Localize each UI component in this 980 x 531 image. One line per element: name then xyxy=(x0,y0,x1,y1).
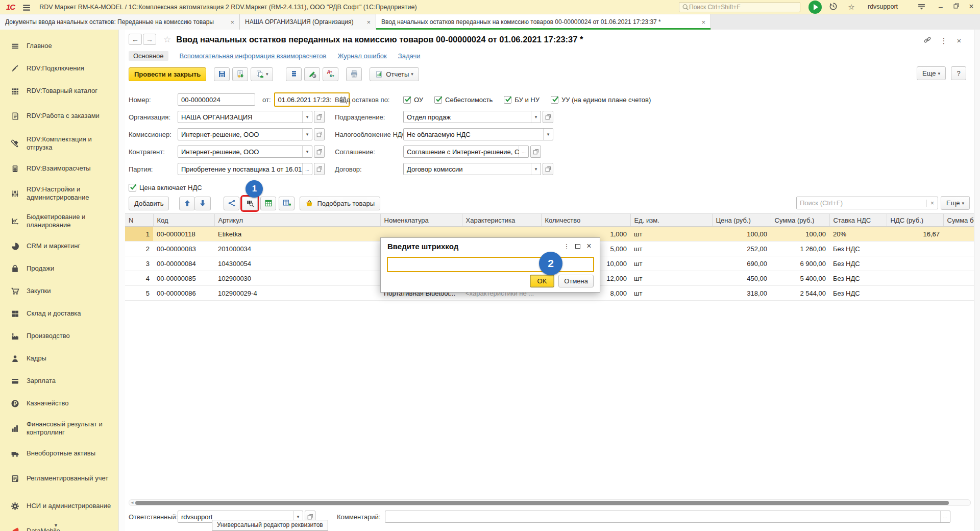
column-header[interactable]: Цена (руб.) xyxy=(712,214,771,227)
cell-vat[interactable] xyxy=(887,271,943,286)
organization-field[interactable]: НАША ОРГАНИЗАЦИЯ▾ xyxy=(178,111,312,123)
cell-vat[interactable] xyxy=(887,256,943,271)
sidebar-item[interactable]: НСИ и администрирование xyxy=(0,492,125,520)
open-contract-icon[interactable] xyxy=(543,163,553,175)
cell-rate[interactable]: Без НДС xyxy=(829,242,887,256)
commissioner-field[interactable]: Интернет-решение, ООО▾ xyxy=(178,128,312,140)
sidebar-item[interactable]: RDV:Настройки и администрирование xyxy=(0,180,125,207)
close-tab-icon[interactable]: × xyxy=(366,18,371,26)
move-up-icon[interactable] xyxy=(179,197,195,210)
barcode-input[interactable] xyxy=(387,257,594,272)
cell-rate[interactable]: Без НДС xyxy=(829,286,887,301)
service-menu-icon[interactable] xyxy=(916,2,926,12)
cell-unit[interactable]: шт xyxy=(630,242,712,256)
sidebar-scrollbar[interactable] xyxy=(118,30,125,531)
dialog-cancel-button[interactable]: Отмена xyxy=(558,275,594,287)
column-header[interactable]: N xyxy=(125,214,153,227)
open-department-icon[interactable] xyxy=(543,111,553,123)
horizontal-scrollbar[interactable]: ◄ xyxy=(129,499,971,506)
cell-price[interactable]: 690,00 xyxy=(712,256,771,271)
sidebar-item[interactable]: RDV:Товарный каталог xyxy=(0,80,125,102)
column-header[interactable]: Артикул xyxy=(214,214,380,227)
cell-sum2[interactable] xyxy=(943,242,974,256)
pick-goods-button[interactable]: Подобрать товары xyxy=(300,197,380,210)
create-based-on-icon[interactable]: ▾ xyxy=(251,67,273,81)
cell-unit[interactable]: шт xyxy=(630,286,712,301)
registers-list-icon[interactable] xyxy=(286,67,302,81)
post-and-close-button[interactable]: Провести и закрыть xyxy=(129,67,206,81)
sidebar-item[interactable]: Финансовый результат и контроллинг xyxy=(0,415,125,442)
sidebar-item[interactable]: Закупки xyxy=(0,280,125,302)
sidebar-item[interactable]: Бюджетирование и планирование xyxy=(0,207,125,235)
cell-code[interactable]: 00-00000118 xyxy=(153,227,214,242)
debit-credit-icon[interactable]: ДтКт xyxy=(323,67,338,81)
form-more-button[interactable]: Еще▾ xyxy=(917,66,946,80)
cell-rate[interactable]: Без НДС xyxy=(829,271,887,286)
clear-search-icon[interactable]: × xyxy=(926,200,938,207)
move-down-icon[interactable] xyxy=(195,197,211,210)
close-form-icon[interactable]: × xyxy=(953,36,965,46)
cell-price[interactable]: 450,00 xyxy=(712,271,771,286)
cell-unit[interactable]: шт xyxy=(630,256,712,271)
tab-3[interactable]: Ввод начальных остатков переданных на ко… xyxy=(376,14,711,30)
number-field[interactable]: 00-00000024 xyxy=(178,93,255,106)
share-split-icon[interactable] xyxy=(224,197,239,210)
edit-timestamp-icon[interactable] xyxy=(304,67,320,81)
column-header[interactable]: Ставка НДС xyxy=(829,214,887,227)
add-row-button[interactable]: Добавить xyxy=(129,197,169,210)
load-from-excel-icon[interactable] xyxy=(260,197,276,210)
help-button[interactable]: ? xyxy=(951,66,966,80)
cell-vat[interactable] xyxy=(887,286,943,301)
cell-sum2[interactable] xyxy=(943,286,974,301)
cell-vat[interactable] xyxy=(887,242,943,256)
sidebar-item[interactable]: Продажи xyxy=(0,257,125,280)
vat-taxation-field[interactable]: Не облагаемую НДС▾ xyxy=(403,128,553,140)
agreement-field[interactable]: Соглашение с Интернет-решение, ООО... xyxy=(403,146,529,158)
cell-price[interactable]: 252,00 xyxy=(712,242,771,256)
tab-2[interactable]: НАША ОРГАНИЗАЦИЯ (Организация)× xyxy=(240,14,376,30)
cell-sum[interactable]: 2 544,00 xyxy=(771,286,829,301)
get-link-icon[interactable] xyxy=(922,36,933,46)
vertical-scrollbar[interactable] xyxy=(974,30,980,531)
favorites-star-icon[interactable]: ☆ xyxy=(846,2,856,12)
sidebar-item[interactable]: RDV:Подключения xyxy=(0,57,125,80)
add-table-column-icon[interactable] xyxy=(279,197,295,210)
sidebar-item[interactable]: Внеоборотные активы xyxy=(0,442,125,465)
sidebar-scroll-down-icon[interactable]: ▼ xyxy=(54,523,58,528)
sidebar-item[interactable]: Кадры xyxy=(0,347,125,370)
table-search-input[interactable] xyxy=(797,199,926,207)
main-menu-icon[interactable] xyxy=(22,3,31,11)
department-field[interactable]: Отдел продаж▾ xyxy=(403,111,541,123)
column-header[interactable]: НДС (руб.) xyxy=(887,214,943,227)
cell-sum2[interactable] xyxy=(943,227,974,242)
date-field[interactable]: 01.06.2021 17:23: xyxy=(275,93,337,106)
sidebar-item[interactable]: RDV:Взаиморасчеты xyxy=(0,157,125,180)
restore-icon[interactable] xyxy=(950,2,962,12)
cell-rate[interactable]: Без НДС xyxy=(829,256,887,271)
balances-checkbox-2[interactable]: Себестоимость xyxy=(434,96,493,104)
cell-n[interactable]: 1 xyxy=(125,227,153,242)
cell-sum[interactable]: 5 400,00 xyxy=(771,271,829,286)
reports-button[interactable]: Отчеты ▾ xyxy=(370,67,419,81)
cell-article[interactable]: 201000034 xyxy=(214,242,380,256)
cell-sum[interactable]: 6 900,00 xyxy=(771,256,829,271)
barcode-scan-button[interactable]: 1 xyxy=(242,197,258,210)
nav-link-settlement-info[interactable]: Вспомогательная информация взаиморасчето… xyxy=(180,52,327,60)
back-button[interactable]: ← xyxy=(129,34,142,45)
cell-code[interactable]: 00-00000086 xyxy=(153,286,214,301)
balances-checkbox-1[interactable]: ОУ xyxy=(403,96,423,104)
column-header[interactable]: Код xyxy=(153,214,214,227)
open-commissioner-icon[interactable] xyxy=(314,128,325,140)
comment-field[interactable]: ... xyxy=(385,511,950,523)
cell-price[interactable]: 318,00 xyxy=(712,286,771,301)
dialog-maximize-icon[interactable] xyxy=(572,243,583,250)
cell-article[interactable]: Etiketka xyxy=(214,227,380,242)
post-document-icon[interactable] xyxy=(232,67,248,81)
nav-link-error-log[interactable]: Журнал ошибок xyxy=(337,52,386,60)
scrollbar-thumb[interactable] xyxy=(135,501,949,505)
dialog-menu-icon[interactable]: ⋮ xyxy=(561,243,572,250)
column-header[interactable]: Номенклатура xyxy=(380,214,462,227)
cell-unit[interactable]: шт xyxy=(630,227,712,242)
favorite-star-icon[interactable]: ☆ xyxy=(163,34,171,45)
current-user[interactable]: rdvsupport xyxy=(868,3,898,10)
